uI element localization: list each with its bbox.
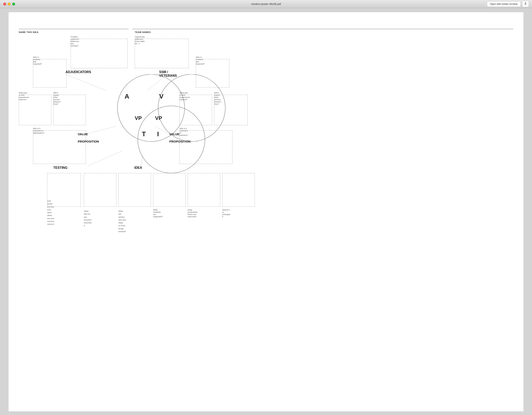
share-button[interactable] [522, 1, 529, 7]
venn-letter-vp-right: VP [155, 115, 162, 121]
svg-point-1 [158, 74, 225, 142]
name-idea-label: NAME THIS IDEA [19, 30, 38, 34]
maximize-button[interactable] [12, 3, 15, 6]
will-impact-left-box[interactable] [53, 95, 86, 125]
opportunity-statement-box[interactable] [135, 39, 189, 68]
who-involved-left-box[interactable] [33, 59, 66, 87]
svg-point-2 [138, 106, 205, 173]
venn-letter-t: T [142, 130, 146, 138]
venn-letter-v: V [159, 93, 163, 100]
title-bar-actions: Open with Adobe Acrobat [487, 1, 529, 7]
open-acrobat-button[interactable]: Open with Adobe Acrobat [487, 1, 521, 7]
minimize-button[interactable] [8, 3, 10, 6]
mindsets-box[interactable] [153, 173, 186, 207]
content-area: NAME THIS IDEA TEAM NAMES Problem statem… [0, 8, 532, 415]
window-controls [3, 3, 15, 6]
venn-svg [92, 74, 251, 174]
title-bar: solution-poster-48x36.pdf Open with Adob… [0, 0, 532, 8]
venn-letter-a: A [124, 93, 129, 100]
window-title: solution-poster-48x36.pdf [251, 2, 281, 6]
pdf-page: NAME THIS IDEA TEAM NAMES Problem statem… [9, 12, 523, 411]
envision-box[interactable] [84, 173, 116, 207]
svg-point-0 [117, 74, 185, 142]
close-button[interactable] [3, 3, 6, 6]
problem-statement-box[interactable] [71, 39, 128, 68]
venn-letter-vp-left: VP [135, 115, 142, 121]
venn-diagram [92, 74, 251, 174]
actions-box[interactable] [118, 173, 151, 207]
experiences-left-box[interactable] [19, 95, 51, 125]
team-names-label: TEAM NAMES [135, 30, 151, 34]
sketch-box[interactable] [222, 173, 255, 207]
test-idea-box[interactable] [47, 173, 81, 207]
productivity-box[interactable] [188, 173, 220, 207]
venn-letter-i: I [157, 130, 159, 138]
